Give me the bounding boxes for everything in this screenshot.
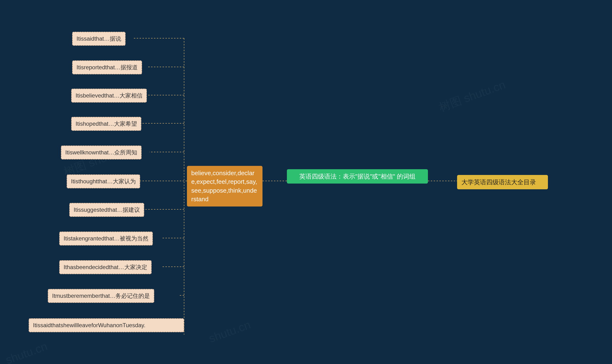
watermark: shutu.cn [4, 340, 49, 364]
leaf-node[interactable]: Itisthoughtthat…大家认为 [67, 174, 140, 188]
watermark: 树图 shutu.cn [437, 77, 508, 115]
leaf-node[interactable]: Itissuggestedthat…据建议 [69, 203, 144, 217]
leaf-label: ItissaidthatshewillleaveforWuhanonTuesda… [33, 322, 145, 328]
leaf-node[interactable]: Ithasbeendecidedthat…大家决定 [59, 260, 152, 274]
leaf-node[interactable]: Itissaidthat…据说 [72, 32, 126, 46]
leaf-node[interactable]: Itisbelievedthat…大家相信 [71, 89, 147, 103]
left-branch-node[interactable]: believe,consider,declare,expect,feel,rep… [187, 166, 262, 207]
leaf-label: Ithasbeendecidedthat…大家决定 [64, 264, 147, 270]
leaf-label: Itissuggestedthat…据建议 [74, 207, 140, 213]
right-branch-node[interactable]: 大学英语四级语法大全目录 [457, 175, 548, 189]
leaf-label: Itisreportedthat…据报道 [77, 64, 138, 70]
root-node[interactable]: 英语四级语法：表示"据说"或"相信" 的词组 [287, 169, 428, 183]
leaf-node[interactable]: Itistakengrantedthat…被视为当然 [59, 232, 153, 246]
leaf-label: Itisthoughtthat…大家认为 [71, 178, 136, 184]
leaf-label: Itistakengrantedthat…被视为当然 [64, 235, 148, 242]
left-branch-label: believe,consider,declare,expect,feel,rep… [191, 169, 257, 203]
right-branch-label: 大学英语四级语法大全目录 [461, 179, 536, 186]
leaf-label: Itissaidthat…据说 [77, 35, 121, 42]
leaf-label: Itiswellknownthat…众所周知 [65, 149, 137, 156]
leaf-node[interactable]: Itmustberememberthat…务必记住的是 [48, 289, 154, 303]
watermark: shutu.cn [207, 318, 252, 345]
leaf-node[interactable]: ItissaidthatshewillleaveforWuhanonTuesda… [29, 318, 184, 332]
root-title: 英语四级语法：表示"据说"或"相信" 的词组 [299, 173, 416, 180]
leaf-node[interactable]: Itishopedthat…大家希望 [71, 117, 141, 131]
leaf-label: Itmustberememberthat…务必记住的是 [52, 293, 150, 299]
leaf-label: Itisbelievedthat…大家相信 [76, 92, 143, 99]
leaf-node[interactable]: Itiswellknownthat…众所周知 [61, 145, 142, 159]
leaf-label: Itishopedthat…大家希望 [76, 120, 137, 127]
leaf-node[interactable]: Itisreportedthat…据报道 [72, 61, 142, 74]
